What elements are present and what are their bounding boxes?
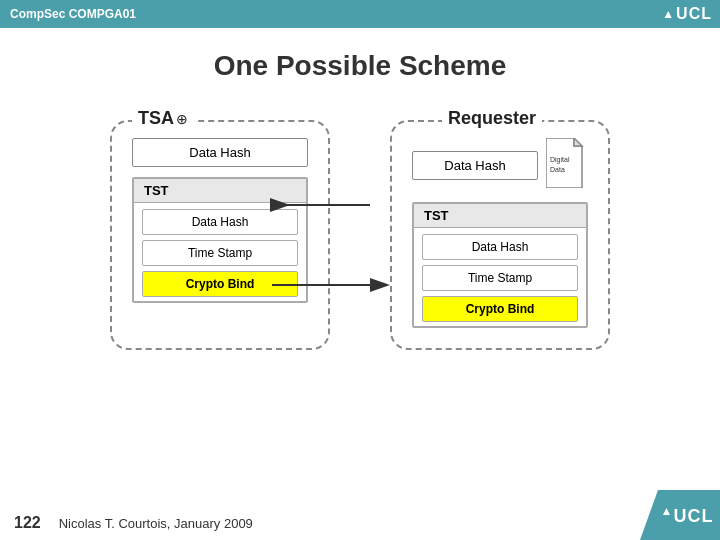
tsa-label: TSA⊕ [132,108,194,129]
digital-data-doc: Digital Data [546,138,588,192]
tsa-tst-time-stamp: Time Stamp [142,240,298,266]
ucl-logo-footer: ▲UCL [640,490,720,540]
tsa-data-hash: Data Hash [132,138,308,167]
tsa-tst-group: TST Data Hash Time Stamp Crypto Bind [132,177,308,303]
tsa-tst-data-hash: Data Hash [142,209,298,235]
header-title: CompSec COMPGA01 [10,7,136,21]
footer-author: Nicolas T. Courtois, January 2009 [59,516,253,531]
ucl-logo-header: ▲ UCL [662,0,712,28]
header-bar: CompSec COMPGA01 ▲ UCL [0,0,720,28]
requester-data-hash: Data Hash [412,151,538,180]
footer: 122 Nicolas T. Courtois, January 2009 [0,514,720,532]
requester-label: Requester [442,108,542,129]
tsa-tst-label: TST [134,179,306,203]
ucl-footer-text: ▲UCL [647,504,714,527]
requester-tst-label: TST [414,204,586,228]
page-title: One Possible Scheme [0,50,720,82]
tsa-box: TSA⊕ Data Hash TST Data Hash Time Stamp … [110,120,330,350]
svg-marker-1 [574,138,582,146]
requester-box: Requester Data Hash Digital Data TST [390,120,610,350]
svg-text:Data: Data [550,166,565,173]
requester-tst-group: TST Data Hash Time Stamp Crypto Bind [412,202,588,328]
tsa-tst-crypto-bind: Crypto Bind [142,271,298,297]
requester-tst-crypto-bind: Crypto Bind [422,296,578,322]
svg-text:Digital: Digital [550,156,570,164]
ucl-symbol: ▲ [662,7,674,21]
ucl-text: UCL [676,5,712,23]
requester-tst-data-hash: Data Hash [422,234,578,260]
requester-tst-time-stamp: Time Stamp [422,265,578,291]
slide-number: 122 [14,514,41,532]
doc-icon: Digital Data [546,138,588,188]
